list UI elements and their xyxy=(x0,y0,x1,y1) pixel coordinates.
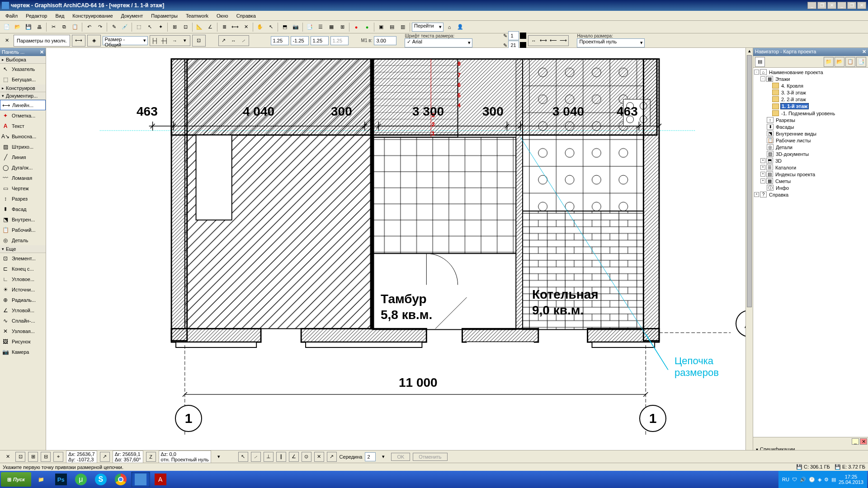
tool-angular[interactable]: ∠Угловой... xyxy=(0,305,46,315)
defaults-button[interactable]: Параметры по умолч. xyxy=(14,35,70,47)
tool-figure[interactable]: 🖼Рисунок xyxy=(0,336,46,347)
inner-minimize-button[interactable]: _ xyxy=(837,2,846,9)
break-icon[interactable]: ✕ xyxy=(241,22,251,32)
tree-3ddocs[interactable]: ▧3D-документы xyxy=(754,150,867,157)
ruler-icon[interactable]: 📐 xyxy=(194,22,204,32)
val1-input[interactable] xyxy=(271,36,289,45)
dim-mode4-icon[interactable]: ▾ xyxy=(180,36,190,46)
origin-icon[interactable]: ⊡ xyxy=(192,35,206,47)
task-utorrent[interactable]: μ xyxy=(71,472,90,487)
tree-info[interactable]: ⓘИнфо xyxy=(754,184,867,191)
cb-4-icon[interactable]: ⌖ xyxy=(53,452,63,462)
picker-icon[interactable]: ✎ xyxy=(109,22,119,32)
window2-icon[interactable]: ▤ xyxy=(387,22,397,32)
arrow4-icon[interactable]: ⟶ xyxy=(558,36,568,46)
cb-s4-icon[interactable]: ∥ xyxy=(276,452,286,462)
tool-level[interactable]: ✦Отметка... xyxy=(0,110,46,121)
arrow2-icon[interactable]: ⟷ xyxy=(538,36,548,46)
tool-wallend[interactable]: ⊏Конец с... xyxy=(0,263,46,274)
cb-s6-icon[interactable]: ⊙ xyxy=(302,452,311,462)
3d-icon[interactable]: ⬒ xyxy=(280,22,290,32)
paste-icon[interactable]: 📋 xyxy=(70,22,80,32)
tool-pointer[interactable]: ↖Указатель xyxy=(0,64,46,74)
spec-min-icon[interactable]: _ xyxy=(852,438,859,445)
tool-polyline[interactable]: 〰Ломаная xyxy=(0,173,46,183)
toolbox-close-icon[interactable]: ✕ xyxy=(40,49,44,55)
tool-hotspot[interactable]: ✕Узловая... xyxy=(0,326,46,336)
dim-type-icon[interactable]: ⟷ xyxy=(72,35,85,47)
tree-details[interactable]: ◎Детали xyxy=(754,144,867,150)
tree-elevations[interactable]: ⬍Фасады xyxy=(754,123,867,130)
tool-interior[interactable]: ⬔Внутрен... xyxy=(0,214,46,225)
marker3-icon[interactable]: ⟋ xyxy=(239,36,249,46)
tool-fill[interactable]: ▨Штрихо... xyxy=(0,141,46,152)
table-icon[interactable]: ⊞ xyxy=(337,22,347,32)
select-icon[interactable]: ⬚ xyxy=(134,22,144,32)
tool-arc[interactable]: ◯Дуга/ок... xyxy=(0,162,46,173)
window1-icon[interactable]: ▣ xyxy=(376,22,386,32)
cancel-button[interactable]: Отменить xyxy=(413,453,447,461)
task-photoshop[interactable]: Ps xyxy=(52,472,71,487)
section-construct[interactable]: ▸Конструиров xyxy=(0,84,46,92)
tree-interior[interactable]: ⬔Внутренние виды xyxy=(754,130,867,137)
origin-dropdown[interactable]: Проектный нуль xyxy=(577,38,645,47)
tree-catalogs[interactable]: +☰Каталоги xyxy=(754,164,867,171)
tool-detail[interactable]: ◎Деталь xyxy=(0,235,46,245)
tray-lang[interactable]: RU xyxy=(782,477,789,482)
task-chrome[interactable] xyxy=(111,472,130,487)
tray-icon2[interactable]: 🔊 xyxy=(800,477,806,483)
task-explorer[interactable]: 📁 xyxy=(32,472,51,487)
nav-view1-icon[interactable]: 📁 xyxy=(824,57,834,67)
layer-icon[interactable]: ◈ xyxy=(87,35,101,47)
tray-icon4[interactable]: ◈ xyxy=(818,477,821,483)
cut-icon[interactable]: ✂ xyxy=(48,22,58,32)
tool-light[interactable]: ☀Источни... xyxy=(0,284,46,295)
task-skype[interactable]: S xyxy=(91,472,110,487)
start-button[interactable]: ⊞ Пуск xyxy=(1,472,31,487)
sheet-icon[interactable]: ▦ xyxy=(326,22,336,32)
tree-floor-3[interactable]: 3. 3-й этаж xyxy=(754,89,867,96)
nav-view2-icon[interactable]: 📂 xyxy=(835,57,844,67)
menu-file[interactable]: Файл xyxy=(2,12,21,19)
tool-spline[interactable]: ∿Сплайн-... xyxy=(0,315,46,326)
tray-icon3[interactable]: 🕐 xyxy=(809,477,815,483)
cb-s5-icon[interactable]: ∠ xyxy=(289,452,299,462)
canvas[interactable]: 876 54 321 463 4 040 300 3 300 300 3 040… xyxy=(46,48,753,475)
tree-help[interactable]: +?Справка xyxy=(754,191,867,198)
task-archicad[interactable] xyxy=(131,472,150,487)
dim-mode1-icon[interactable]: ├┤ xyxy=(150,36,160,46)
nav-view4-icon[interactable]: 📑 xyxy=(856,57,866,67)
window3-icon[interactable]: ▥ xyxy=(398,22,408,32)
restore-button[interactable]: ❐ xyxy=(817,2,826,9)
minimize-button[interactable]: _ xyxy=(807,2,816,9)
cb-dd-icon[interactable]: ▾ xyxy=(214,452,224,462)
val2-input[interactable] xyxy=(291,36,309,45)
section-selection[interactable]: ▸Выборка xyxy=(0,56,46,64)
section-more[interactable]: ▾Еще xyxy=(0,245,46,253)
cb-2-icon[interactable]: ⊞ xyxy=(28,452,38,462)
task-acrobat[interactable]: A xyxy=(151,472,170,487)
cb-6-icon[interactable]: Z xyxy=(146,452,156,462)
arrow-icon[interactable]: ↖ xyxy=(145,22,155,32)
wand-icon[interactable]: ✦ xyxy=(156,22,165,32)
camera-icon[interactable]: 📷 xyxy=(291,22,301,32)
menu-view[interactable]: Вид xyxy=(52,12,68,19)
syringe-icon[interactable]: 💉 xyxy=(120,22,130,32)
cb-dd2-icon[interactable]: ▾ xyxy=(378,452,388,462)
cb-s3-icon[interactable]: ⊥ xyxy=(264,452,274,462)
snap-icon[interactable]: ⊡ xyxy=(180,22,190,32)
new-icon[interactable]: 📄 xyxy=(2,22,12,32)
doc-icon[interactable]: 📑 xyxy=(305,22,315,32)
pen1-input[interactable] xyxy=(508,31,519,40)
undo-icon[interactable]: ↶ xyxy=(84,22,94,32)
cursor-icon[interactable]: ↖ xyxy=(266,22,276,32)
menu-edit[interactable]: Редактор xyxy=(22,12,51,19)
cb-s8-icon[interactable]: ↗ xyxy=(327,452,337,462)
marker2-icon[interactable]: ↔ xyxy=(229,36,239,46)
tree-sections[interactable]: ↕Разрезы xyxy=(754,117,867,123)
menu-window[interactable]: Окно xyxy=(213,12,232,19)
tool-elevation[interactable]: ⬍Фасад xyxy=(0,204,46,214)
arrow1-icon[interactable]: ↔ xyxy=(528,36,538,46)
tree-floors[interactable]: -▦Этажи xyxy=(754,75,867,82)
cb-s1-icon[interactable]: ↖ xyxy=(238,452,248,462)
